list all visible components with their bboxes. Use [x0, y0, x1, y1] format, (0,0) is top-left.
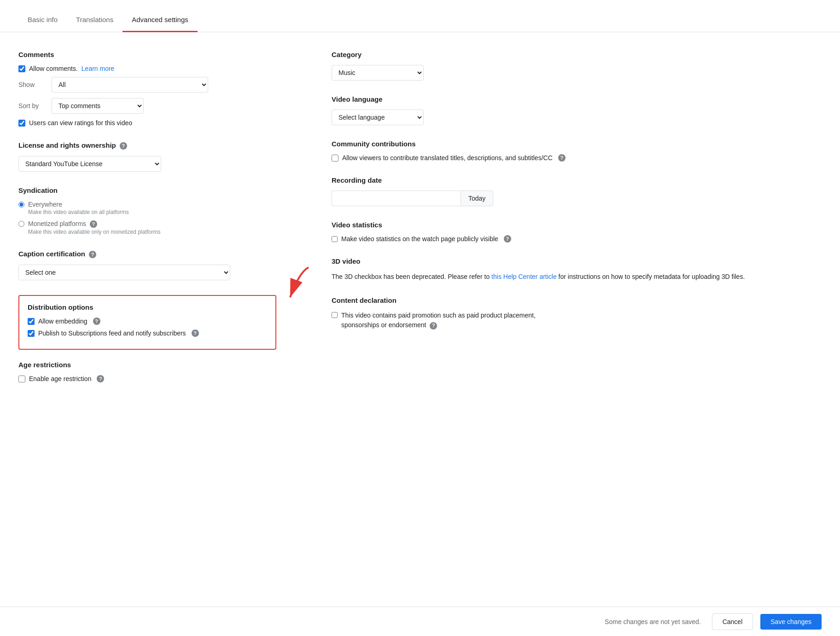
content-declaration-title: Content declaration [332, 296, 822, 304]
comments-section-title: Comments [18, 51, 276, 58]
save-changes-button[interactable]: Save changes [760, 614, 822, 630]
three-d-section: 3D video The 3D checkbox has been deprec… [332, 257, 822, 282]
today-button[interactable]: Today [461, 191, 493, 206]
three-d-text-part1: The 3D checkbox has been deprecated. Ple… [332, 273, 491, 280]
age-section-title: Age restrictions [18, 361, 276, 369]
syndication-monetized-row: Monetized platforms ? Make this video av… [18, 220, 276, 235]
content-declaration-line1: This video contains paid promotion such … [341, 312, 536, 319]
video-statistics-section: Video statistics Make video statistics o… [332, 221, 822, 243]
license-section-title: License and rights ownership ? [18, 141, 276, 150]
community-checkbox[interactable] [332, 155, 338, 162]
content-declaration-checkbox[interactable] [332, 312, 338, 318]
show-row: Show All Top comments only Approved comm… [18, 77, 276, 93]
syndication-monetized-radio[interactable] [18, 221, 24, 227]
syndication-section-title: Syndication [18, 186, 276, 194]
distribution-box: Distribution options Allow embedding ? P… [18, 295, 276, 350]
ratings-row: Users can view ratings for this video [18, 119, 276, 127]
community-label-text: Allow viewers to contribute translated t… [342, 154, 553, 162]
publish-feed-help-icon[interactable]: ? [192, 330, 199, 337]
caption-section: Caption certification ? Select one This … [18, 250, 276, 280]
content-declaration-line2-text: sponsorships or endorsement [341, 321, 426, 329]
three-d-title: 3D video [332, 257, 822, 265]
content-declaration-text-block: This video contains paid promotion such … [341, 311, 536, 330]
tab-basic-info[interactable]: Basic info [18, 8, 67, 32]
syndication-everywhere-sub: Make this video available on all platfor… [28, 209, 129, 215]
video-stats-help-icon[interactable]: ? [504, 235, 511, 243]
publish-feed-label: Publish to Subscriptions feed and notify… [38, 330, 186, 337]
allow-embedding-checkbox[interactable] [28, 318, 35, 325]
sort-by-label: Sort by [18, 102, 46, 110]
allow-embedding-row: Allow embedding ? [28, 318, 267, 325]
video-language-section: Video language Select language English S… [332, 95, 822, 125]
syndication-everywhere-radio[interactable] [18, 202, 24, 208]
sort-by-select[interactable]: Top comments Newest first [52, 98, 144, 114]
content-declaration-inner: This video contains paid promotion such … [332, 311, 822, 330]
sort-by-row: Sort by Top comments Newest first [18, 98, 276, 114]
license-title-text: License and rights ownership [18, 141, 116, 149]
community-cb-row: Allow viewers to contribute translated t… [332, 154, 822, 162]
recording-date-section: Recording date Today [332, 176, 822, 206]
syndication-monetized-help-icon[interactable]: ? [90, 220, 97, 228]
caption-select[interactable]: Select one This video is not required to… [18, 265, 230, 280]
cancel-button[interactable]: Cancel [712, 613, 753, 630]
ratings-label: Users can view ratings for this video [29, 119, 132, 127]
syndication-monetized-sub: Make this video available only on moneti… [28, 229, 160, 235]
learn-more-link[interactable]: Learn more [82, 65, 115, 72]
three-d-text-part2: for instructions on how to specify metad… [557, 273, 745, 280]
age-section: Age restrictions Enable age restriction … [18, 361, 276, 382]
three-d-text: The 3D checkbox has been deprecated. Ple… [332, 272, 822, 282]
video-stats-label: Make video statistics on the watch page … [341, 235, 498, 243]
allow-embedding-help-icon[interactable]: ? [93, 318, 100, 325]
ratings-checkbox[interactable] [18, 120, 25, 127]
publish-feed-checkbox[interactable] [28, 330, 35, 337]
content-declaration-row: This video contains paid promotion such … [332, 311, 822, 330]
age-restriction-checkbox[interactable] [18, 376, 25, 382]
recording-date-row: Today [332, 191, 822, 206]
category-section-title: Category [332, 51, 822, 58]
license-help-icon[interactable]: ? [120, 142, 127, 150]
video-language-title: Video language [332, 95, 822, 103]
video-stats-checkbox[interactable] [332, 236, 338, 242]
community-help-icon[interactable]: ? [558, 154, 566, 162]
recording-date-input[interactable] [332, 191, 461, 206]
content-declaration-help-icon[interactable]: ? [430, 322, 437, 330]
three-d-help-link[interactable]: this Help Center article [491, 273, 557, 280]
allow-comments-checkbox[interactable] [18, 65, 25, 72]
syndication-monetized-labels: Monetized platforms ? Make this video av… [28, 220, 160, 235]
video-statistics-title: Video statistics [332, 221, 822, 229]
tab-advanced-settings[interactable]: Advanced settings [122, 8, 198, 32]
license-select[interactable]: Standard YouTube License Creative Common… [18, 156, 161, 172]
publish-feed-row: Publish to Subscriptions feed and notify… [28, 330, 267, 337]
tab-translations[interactable]: Translations [67, 8, 122, 32]
syndication-section: Syndication Everywhere Make this video a… [18, 186, 276, 235]
caption-help-icon[interactable]: ? [89, 251, 96, 258]
allow-embedding-label: Allow embedding [38, 318, 88, 325]
allow-comments-label: Allow comments. [29, 65, 78, 72]
recording-date-title: Recording date [332, 176, 822, 184]
show-select[interactable]: All Top comments only Approved comments … [52, 77, 208, 93]
distribution-wrapper: Distribution options Allow embedding ? P… [18, 295, 276, 350]
content-declaration-line2: sponsorships or endorsement ? [341, 321, 437, 329]
content-declaration-section: Content declaration This video contains … [332, 296, 822, 330]
syndication-monetized-label: Monetized platforms ? [28, 220, 160, 228]
main-content: Comments Allow comments. Learn more Show… [0, 32, 840, 439]
video-stats-row: Make video statistics on the watch page … [332, 235, 822, 243]
syndication-radio-group: Everywhere Make this video available on … [18, 201, 276, 235]
language-select[interactable]: Select language English Spanish French G… [332, 110, 424, 125]
category-select[interactable]: Film & Animation Autos & Vehicles Music … [332, 65, 424, 81]
community-section-title: Community contributions [332, 140, 822, 148]
caption-section-title: Caption certification ? [18, 250, 276, 258]
page-container: Basic info Translations Advanced setting… [0, 0, 840, 439]
age-restriction-row: Enable age restriction ? [18, 375, 276, 382]
footer-bar: Some changes are not yet saved. Cancel S… [0, 607, 840, 636]
show-label: Show [18, 81, 46, 88]
right-column: Category Film & Animation Autos & Vehicl… [304, 51, 822, 393]
syndication-everywhere-label: Everywhere [28, 201, 129, 208]
tabs-bar: Basic info Translations Advanced setting… [0, 0, 840, 32]
distribution-section-title: Distribution options [28, 303, 267, 311]
age-restriction-help-icon[interactable]: ? [97, 375, 104, 382]
caption-title-text: Caption certification [18, 250, 85, 258]
age-restriction-label: Enable age restriction [29, 375, 91, 382]
left-column: Comments Allow comments. Learn more Show… [18, 51, 304, 393]
footer-status: Some changes are not yet saved. [605, 618, 701, 625]
